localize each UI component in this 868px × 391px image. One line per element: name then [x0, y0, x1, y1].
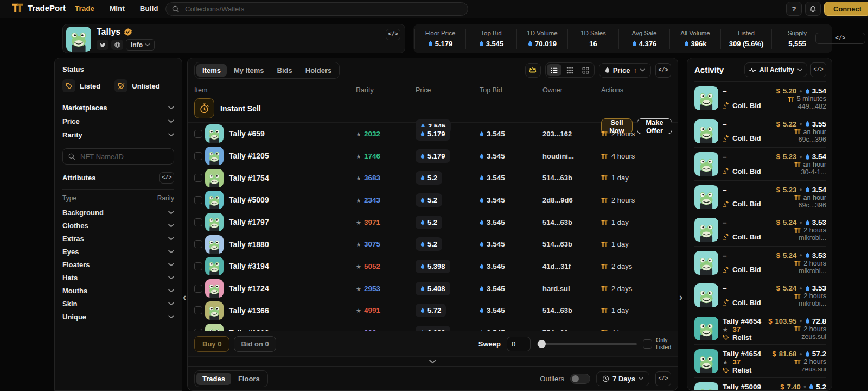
row-checkbox[interactable]	[194, 152, 202, 160]
nft-row[interactable]: Tally #1366 ★4991 5.72 3.545 514...63b 1…	[188, 300, 678, 322]
attribute-row[interactable]: Hats	[62, 271, 174, 284]
activity-code-button[interactable]: </>	[810, 62, 826, 77]
global-search[interactable]	[165, 2, 468, 16]
row-checkbox[interactable]	[194, 218, 202, 226]
nav-mint[interactable]: Mint	[110, 4, 125, 12]
activity-item[interactable]: – Coll. Bid $ 5.20 ●	[694, 81, 826, 115]
nft-owner[interactable]: 203...162	[542, 130, 601, 138]
row-checkbox[interactable]	[194, 196, 202, 204]
nft-row[interactable]: Tally #1213 ★926 6.022 3.545 754...20a 4…	[188, 321, 678, 331]
nft-row[interactable]: Tally #1754 ★3683 5.2 3.545 514...63b 1 …	[188, 167, 678, 189]
connect-wallet-button[interactable]: Connect	[824, 2, 868, 16]
buy-button[interactable]: Buy 0	[194, 336, 229, 352]
activity-item[interactable]: – Coll. Bid $ 5.22 ●	[694, 115, 826, 148]
bid-on-button[interactable]: Bid on 0	[234, 336, 276, 352]
nav-trade[interactable]: Trade	[75, 4, 94, 12]
nft-row[interactable]: Tally #1724 ★2953 5.408 3.545 hard.sui 2…	[188, 278, 678, 300]
activity-address[interactable]: 69c...396	[799, 201, 826, 209]
tab-my-items[interactable]: My Items	[228, 64, 270, 77]
filter-section-toggle[interactable]: Price	[62, 115, 174, 128]
activity-address[interactable]: 69c...396	[799, 136, 826, 143]
rewards-button[interactable]	[525, 63, 541, 78]
trades-code-button[interactable]: </>	[655, 371, 671, 386]
activity-address[interactable]: mikrobi...	[799, 234, 826, 242]
attribute-row[interactable]: Extras	[62, 232, 174, 245]
nft-search[interactable]	[62, 148, 174, 165]
row-checkbox[interactable]	[194, 306, 202, 314]
expand-trades-button[interactable]	[188, 356, 678, 366]
twitter-link[interactable]	[97, 40, 108, 50]
nft-row[interactable]: Tally #5009 ★2343 5.2 3.545 2d8...9d6 2 …	[188, 189, 678, 211]
nft-owner[interactable]: 41d...31f	[542, 262, 601, 270]
attribute-row[interactable]: Unique	[62, 310, 174, 323]
nft-owner[interactable]: 514...63b	[542, 218, 601, 226]
filter-unlisted-button[interactable]: Unlisted	[114, 79, 159, 92]
activity-address[interactable]: 449...482	[798, 103, 826, 110]
attribute-row[interactable]: Eyes	[62, 245, 174, 258]
attribute-row[interactable]: Skin	[62, 297, 174, 310]
slider-handle[interactable]	[538, 340, 546, 348]
tab-floors[interactable]: Floors	[232, 373, 266, 385]
activity-item[interactable]: Tally #4654 ★ 37 Relist $ 81.68 ●	[694, 344, 826, 377]
collection-code-button[interactable]: </>	[386, 29, 400, 40]
nft-row[interactable]: Tally #3194 ★5052 5.398 3.545 41d...31f …	[188, 255, 678, 278]
attribute-row[interactable]: Mouths	[62, 284, 174, 297]
row-checkbox[interactable]	[194, 285, 202, 293]
activity-address[interactable]: zeus.sui	[801, 365, 826, 373]
sweep-count-input[interactable]	[507, 337, 531, 351]
nft-owner[interactable]: 2d8...9d6	[542, 196, 601, 204]
notifications-button[interactable]	[805, 2, 821, 16]
activity-item[interactable]: – Coll. Bid $ 5.23 ●	[694, 147, 826, 180]
nft-owner[interactable]: 514...63b	[542, 306, 601, 314]
activity-item[interactable]: – Coll. Bid $ 5.23 ●	[694, 180, 826, 213]
tab-items[interactable]: Items	[196, 64, 227, 77]
filter-listed-button[interactable]: Listed	[62, 79, 100, 92]
time-range-dropdown[interactable]: 7 Days	[596, 371, 649, 386]
activity-item[interactable]: – Coll. Bid $ 5.24 ●	[694, 279, 826, 312]
tradeport-logo[interactable]: TradePort	[12, 3, 66, 13]
collapse-activity-arrow[interactable]: ›	[679, 291, 682, 303]
activity-item[interactable]: Tally #5009 $ 7.40 ● 5.2	[694, 377, 826, 391]
collapse-sidebar-arrow[interactable]: ‹	[183, 291, 186, 303]
help-button[interactable]: ?	[786, 2, 802, 16]
activity-item[interactable]: – Coll. Bid $ 5.24 ●	[694, 213, 826, 246]
nft-row[interactable]: Tally #1880 ★3075 5.2 3.545 514...63b 1 …	[188, 233, 678, 255]
activity-item[interactable]: – Coll. Bid $ 5.24 ●	[694, 246, 826, 279]
activity-filter-dropdown[interactable]: All Activity	[744, 62, 807, 77]
sweep-slider[interactable]	[537, 340, 637, 348]
global-search-input[interactable]	[184, 4, 462, 14]
nft-search-input[interactable]	[79, 152, 169, 161]
attribute-row[interactable]: Floaters	[62, 258, 174, 271]
tab-bids[interactable]: Bids	[271, 64, 298, 77]
tab-holders[interactable]: Holders	[299, 64, 337, 77]
activity-address[interactable]: mikrobi...	[799, 267, 826, 275]
nft-owner[interactable]: hard.sui	[542, 285, 601, 293]
nft-owner[interactable]: 514...63b	[542, 174, 601, 182]
stats-code-button[interactable]: </>	[815, 33, 865, 44]
activity-address[interactable]: mikrobi...	[799, 300, 826, 307]
list-view-button[interactable]	[547, 64, 561, 76]
activity-address[interactable]: zeus.sui	[801, 333, 826, 340]
filter-section-toggle[interactable]: Rarity	[62, 128, 174, 142]
attribute-row[interactable]: Clothes	[62, 219, 174, 232]
activity-address[interactable]: 30-4-1...	[801, 168, 826, 176]
sort-dropdown[interactable]: Price ↑	[599, 63, 651, 78]
nft-owner[interactable]: 514...63b	[542, 240, 601, 248]
small-grid-view-button[interactable]	[563, 64, 577, 76]
nft-row[interactable]: Tally #1797 ★3971 5.2 3.545 514...63b 1 …	[188, 211, 678, 234]
activity-item[interactable]: Tally #4654 ★ 37 Relist $ 103.95 ●	[694, 312, 826, 345]
nft-owner[interactable]: houdini...	[542, 152, 601, 160]
attributes-code-button[interactable]: </>	[159, 172, 174, 184]
row-checkbox[interactable]	[194, 174, 202, 182]
tab-trades[interactable]: Trades	[196, 373, 231, 385]
row-checkbox[interactable]	[194, 262, 202, 270]
nav-build[interactable]: Build	[140, 4, 158, 12]
only-listed-checkbox[interactable]	[643, 339, 652, 349]
outliers-toggle[interactable]	[570, 374, 590, 384]
website-link[interactable]	[111, 40, 123, 50]
nft-row[interactable]: Tally #1205 ★1746 5.179 3.545 houdini...…	[188, 145, 678, 167]
row-checkbox[interactable]	[194, 130, 202, 138]
row-checkbox[interactable]	[194, 240, 202, 248]
info-dropdown[interactable]: Info	[126, 39, 155, 51]
attribute-row[interactable]: Background	[62, 206, 174, 219]
